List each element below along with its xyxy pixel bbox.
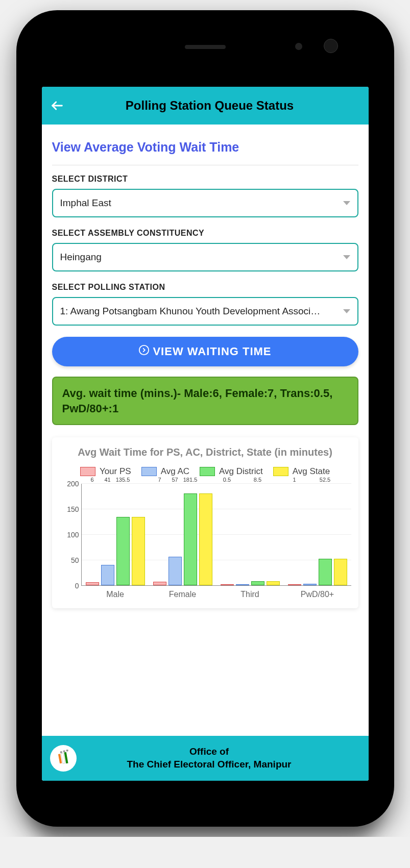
bar [132,517,145,586]
phone-speaker [185,45,226,49]
bar [101,565,114,586]
bar-district: 8.5 [251,484,264,585]
bar [251,581,264,585]
x-axis-label: PwD/80+ [284,586,351,599]
bar-state [267,484,280,585]
svg-point-6 [63,750,65,752]
bar-value-label: 1 [293,477,296,483]
ps-select-value: 1: Awang Potsangbam Khunou Youth Develop… [60,306,321,317]
bar-group: 0.58.5 [216,484,284,585]
district-select-value: Imphal East [60,197,111,209]
legend-label: Avg District [219,466,263,477]
chart-legend: Your PSAvg ACAvg DistrictAvg State [59,466,351,477]
chart-plot: 050100150200 641135.5757181.50.58.5152.5 [59,484,351,586]
bar-district: 181.5 [184,484,197,585]
result-summary-box: Avg. wait time (mins.)- Male:6, Female:7… [52,377,358,425]
ac-select-value: Heingang [60,252,102,263]
district-label: SELECT DISTRICT [52,175,358,184]
bar [221,584,234,585]
bar-value-label: 0.5 [223,477,231,483]
svg-point-7 [66,750,68,752]
bar-state [199,484,212,585]
bar-district: 52.5 [319,484,332,585]
ac-label: SELECT ASSEMBLY CONSTITUENCY [52,229,358,238]
chevron-down-icon [343,201,350,205]
bar-value-label: 57 [172,477,178,483]
district-select[interactable]: Imphal East [52,189,358,217]
bar-group: 152.5 [284,484,351,585]
x-axis-label: Female [149,586,216,599]
bar-value-label: 181.5 [183,477,198,483]
bar [303,584,317,585]
arrow-circle-right-icon [138,344,150,359]
bar [334,559,347,585]
legend-label: Avg State [293,466,330,477]
phone-camera [324,39,338,53]
bar [199,493,212,586]
x-axis-label: Male [82,586,149,599]
bar [184,493,197,586]
back-arrow-icon[interactable] [50,98,64,113]
x-axis-label: Third [216,586,284,599]
legend-swatch [80,467,95,476]
app-bar: Polling Station Queue Status [42,87,369,125]
bar-value-label: 8.5 [254,477,261,483]
ac-select[interactable]: Heingang [52,243,358,271]
chart-y-axis: 050100150200 [59,484,82,586]
chart-card: Avg Wait Time for PS, AC, District, Stat… [52,437,358,608]
y-tick: 150 [67,505,79,513]
bar-value-label: 135.5 [116,477,130,483]
bar-value-label: 7 [158,477,161,483]
app-screen: Polling Station Queue Status View Averag… [42,87,369,781]
bar-district: 135.5 [116,484,130,585]
bar-ac [303,484,317,585]
y-tick: 50 [71,556,79,564]
footer-line1: Office of [189,746,229,757]
bar [236,584,249,585]
y-tick: 0 [75,582,79,590]
ps-label: SELECT POLLING STATION [52,283,358,292]
footer-bar: Office of The Chief Electoral Officer, M… [42,736,369,781]
bar [153,582,166,585]
bar [116,517,130,586]
ps-select[interactable]: 1: Awang Potsangbam Khunou Youth Develop… [52,297,358,326]
phone-bezel: Polling Station Queue Status View Averag… [27,20,384,816]
legend-swatch [200,467,215,476]
bar-ps: 1 [288,484,301,585]
legend-swatch [273,467,288,476]
y-tick: 100 [67,531,79,539]
bar-state [334,484,347,585]
bar-ps: 6 [86,484,99,585]
legend-item-ac: Avg AC [141,466,189,477]
y-tick: 200 [67,480,79,488]
legend-item-district: Avg District [200,466,263,477]
divider [52,165,358,165]
legend-label: Your PS [100,466,131,477]
eci-logo-icon [50,745,77,772]
chevron-down-icon [343,309,350,313]
svg-point-5 [60,751,62,753]
legend-item-state: Avg State [273,466,330,477]
bar-ac [236,484,249,585]
bar [168,557,182,586]
footer-text: Office of The Chief Electoral Officer, M… [84,746,360,771]
legend-item-ps: Your PS [80,466,131,477]
bar [319,559,332,585]
svg-point-1 [139,345,149,355]
view-button-label: VIEW WAITING TIME [153,345,271,358]
phone-sensor [295,43,302,50]
bar-group: 641135.5 [82,484,149,585]
legend-label: Avg AC [161,466,189,477]
bar [86,582,99,585]
bar-state [132,484,145,585]
chart-title: Avg Wait Time for PS, AC, District, Stat… [59,447,351,458]
bar-ac: 57 [168,484,182,585]
chart-x-axis: MaleFemaleThirdPwD/80+ [82,586,351,599]
chevron-down-icon [343,255,350,259]
bar-ac: 41 [101,484,114,585]
view-waiting-time-button[interactable]: VIEW WAITING TIME [52,337,358,366]
legend-swatch [141,467,157,476]
phone-frame: Polling Station Queue Status View Averag… [16,10,394,827]
footer-line2: The Chief Electoral Officer, Manipur [127,759,291,770]
bar-value-label: 6 [90,477,93,483]
